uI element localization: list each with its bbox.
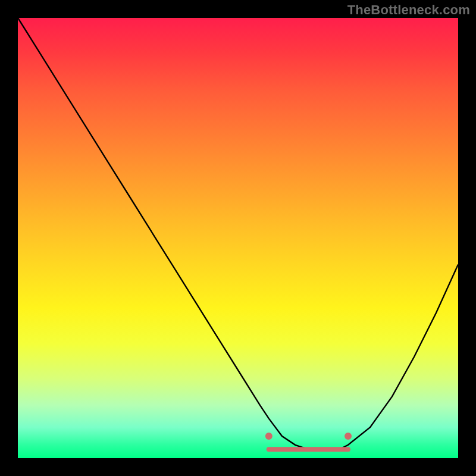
curve-layer [18, 18, 458, 458]
chart-stage: TheBottleneck.com [0, 0, 476, 476]
plot-area [18, 18, 458, 458]
optimal-end-dot [345, 433, 352, 440]
optimal-start-dot [265, 433, 273, 440]
bottleneck-curve [18, 18, 458, 449]
watermark-text: TheBottleneck.com [347, 2, 470, 18]
